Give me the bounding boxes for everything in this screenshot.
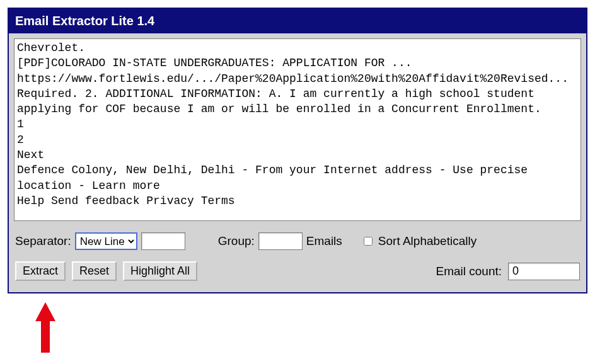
email-count-label: Email count: <box>436 264 502 278</box>
group-count-input[interactable] <box>258 232 303 250</box>
title-bar: Email Extractor Lite 1.4 <box>9 9 586 33</box>
reset-button[interactable]: Reset <box>72 261 117 281</box>
highlight-button[interactable]: Highlight All <box>123 261 197 281</box>
options-row: Separator: New Line Group: Emails Sort A… <box>14 221 581 253</box>
sort-label: Sort Alphabetically <box>378 234 477 248</box>
app-window: Email Extractor Lite 1.4 Chevrolet. [PDF… <box>8 8 587 293</box>
email-count-output[interactable] <box>508 263 580 280</box>
input-textarea[interactable]: Chevrolet. [PDF]COLORADO IN-STATE UNDERG… <box>14 38 581 221</box>
annotation-arrow-container <box>8 293 587 353</box>
separator-select[interactable]: New Line <box>75 232 137 250</box>
group-label: Group: <box>218 234 255 248</box>
app-title: Email Extractor Lite 1.4 <box>15 14 154 28</box>
sort-checkbox[interactable] <box>364 237 373 246</box>
svg-marker-0 <box>35 302 55 353</box>
group-unit-label: Emails <box>306 234 342 248</box>
separator-custom-input[interactable] <box>141 232 185 250</box>
actions-row: Extract Reset Highlight All Email count: <box>14 253 581 287</box>
up-arrow-icon <box>33 302 58 353</box>
separator-label: Separator: <box>15 234 71 248</box>
input-text-content: Chevrolet. [PDF]COLORADO IN-STATE UNDERG… <box>17 40 578 208</box>
content-area: Chevrolet. [PDF]COLORADO IN-STATE UNDERG… <box>9 33 586 292</box>
extract-button[interactable]: Extract <box>15 261 66 281</box>
